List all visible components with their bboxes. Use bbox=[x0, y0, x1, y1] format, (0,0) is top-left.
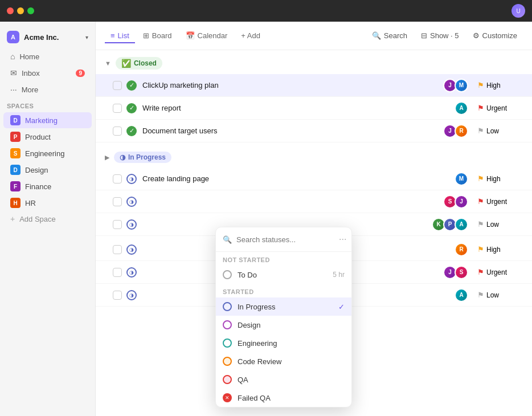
check-circle-icon: ✅ bbox=[121, 59, 131, 68]
maximize-button[interactable] bbox=[27, 7, 34, 14]
flag-icon: ⚑ bbox=[477, 104, 484, 112]
task-checkbox[interactable] bbox=[113, 197, 122, 206]
status-item-codereview[interactable]: Code Review bbox=[216, 352, 351, 370]
main-panel: ≡ List ⊞ Board 📅 Calendar + Add 🔍 Search bbox=[96, 22, 532, 416]
topbar-actions: 🔍 Search ⊟ Show · 5 ⚙ Customize bbox=[366, 28, 523, 43]
failedqa-status-icon: ✕ bbox=[223, 393, 232, 402]
search-icon: 🔍 bbox=[223, 235, 232, 244]
workspace-name: Acme Inc. bbox=[24, 33, 59, 42]
table-row[interactable]: ⠿ ✓ Write report A ⚑ Urgent bbox=[96, 97, 532, 120]
tab-calendar[interactable]: 📅 Calendar bbox=[180, 28, 234, 43]
avatar: A bbox=[455, 218, 468, 231]
space-icon-design: D bbox=[10, 165, 21, 175]
tab-board[interactable]: ⊞ Board bbox=[137, 28, 178, 43]
status-search-input[interactable] bbox=[236, 235, 332, 244]
status-dropdown: 🔍 ··· NOT STARTED To Do 5 hr STARTED In … bbox=[215, 227, 352, 407]
flag-icon: ⚑ bbox=[477, 268, 484, 276]
search-button[interactable]: 🔍 Search bbox=[366, 28, 413, 43]
workspace-icon: A bbox=[7, 31, 19, 43]
started-section-label: STARTED bbox=[216, 284, 351, 297]
priority-badge: ⚑ High bbox=[477, 174, 523, 183]
closed-section-header[interactable]: ▼ ✅ Closed bbox=[96, 50, 532, 74]
avatar: A bbox=[455, 288, 468, 302]
avatar: A bbox=[455, 101, 468, 115]
sidebar-item-product[interactable]: P Product bbox=[3, 129, 92, 145]
status-item-qa[interactable]: QA bbox=[216, 370, 351, 389]
sidebar-item-inbox[interactable]: ✉ Inbox 9 bbox=[3, 65, 92, 81]
task-checkbox[interactable] bbox=[113, 245, 122, 254]
task-checkbox[interactable] bbox=[113, 291, 122, 300]
flag-icon: ⚑ bbox=[477, 81, 484, 89]
design-status-icon bbox=[223, 320, 232, 329]
add-view-button[interactable]: + Add bbox=[235, 28, 266, 43]
priority-badge: ⚑ Low bbox=[477, 127, 523, 135]
dropdown-search-container: 🔍 ··· bbox=[216, 227, 351, 252]
table-row[interactable]: ⠿ ✓ Document target users J R ⚑ Low bbox=[96, 120, 532, 142]
flag-icon: ⚑ bbox=[477, 291, 484, 299]
task-checkbox[interactable] bbox=[113, 220, 122, 229]
titlebar: U bbox=[0, 0, 532, 22]
priority-badge: ⚑ High bbox=[477, 81, 523, 89]
task-checkbox[interactable] bbox=[113, 174, 122, 183]
task-avatars: A bbox=[455, 288, 468, 302]
space-icon-marketing: D bbox=[10, 115, 21, 125]
flag-icon: ⚑ bbox=[477, 245, 484, 254]
status-closed-icon: ✓ bbox=[126, 103, 137, 113]
sidebar-item-marketing[interactable]: D Marketing bbox=[3, 112, 92, 128]
avatar[interactable]: U bbox=[511, 4, 525, 18]
engineering-status-icon bbox=[223, 338, 232, 348]
task-checkbox[interactable] bbox=[113, 104, 122, 113]
status-item-failedqa[interactable]: ✕ Failed QA bbox=[216, 389, 351, 407]
priority-badge: ⚑ Low bbox=[477, 291, 523, 299]
task-checkbox[interactable] bbox=[113, 81, 122, 90]
sidebar-item-more[interactable]: ··· More bbox=[3, 81, 92, 97]
task-avatars: R bbox=[455, 243, 468, 256]
status-item-design[interactable]: Design bbox=[216, 316, 351, 334]
flag-icon: ⚑ bbox=[477, 197, 484, 206]
in-progress-section-header[interactable]: ▶ ◑ In Progress bbox=[96, 145, 532, 168]
task-avatars: J R bbox=[443, 124, 468, 138]
minimize-button[interactable] bbox=[17, 7, 24, 14]
tab-list[interactable]: ≡ List bbox=[105, 28, 135, 43]
priority-badge: ⚑ High bbox=[477, 245, 523, 254]
status-item-engineering[interactable]: Engineering bbox=[216, 334, 351, 352]
priority-badge: ⚑ Urgent bbox=[477, 268, 523, 276]
close-button[interactable] bbox=[7, 7, 14, 14]
task-avatars: M bbox=[455, 172, 468, 186]
more-options-button[interactable]: ··· bbox=[337, 233, 349, 246]
add-space-button[interactable]: + Add Space bbox=[3, 211, 92, 226]
status-in-progress-icon: ◑ bbox=[126, 244, 137, 255]
priority-badge: ⚑ Urgent bbox=[477, 104, 523, 112]
status-in-progress-icon: ◑ bbox=[126, 219, 137, 230]
avatar: M bbox=[455, 79, 468, 92]
table-row[interactable]: ⠿ ◑ Create landing page M ⚑ High bbox=[96, 168, 532, 190]
table-row[interactable]: ⠿ ✓ ClickUp marketing plan J M ⚑ High bbox=[96, 74, 532, 97]
task-name: Document target users bbox=[142, 127, 443, 135]
space-icon-engineering: S bbox=[10, 148, 21, 158]
priority-badge: ⚑ Urgent bbox=[477, 197, 523, 206]
table-row[interactable]: ⠿ ◑ S J ⚑ Urgent bbox=[96, 190, 532, 213]
show-button[interactable]: ⊟ Show · 5 bbox=[415, 28, 465, 43]
sidebar-item-engineering[interactable]: S Engineering bbox=[3, 145, 92, 161]
sidebar-item-design[interactable]: D Design bbox=[3, 162, 92, 178]
space-icon-product: P bbox=[10, 132, 21, 142]
status-item-todo[interactable]: To Do 5 hr bbox=[216, 266, 351, 284]
workspace-switcher[interactable]: A Acme Inc. ▾ bbox=[0, 26, 95, 48]
avatar: J bbox=[455, 195, 468, 209]
status-in-progress-icon: ◑ bbox=[126, 197, 137, 207]
task-avatars: J M bbox=[443, 79, 468, 92]
customize-button[interactable]: ⚙ Customize bbox=[467, 28, 523, 43]
task-checkbox[interactable] bbox=[113, 268, 122, 277]
avatar: S bbox=[455, 266, 468, 279]
qa-status-icon bbox=[223, 375, 232, 384]
avatar: R bbox=[455, 243, 468, 256]
status-item-inprogress[interactable]: In Progress ✓ bbox=[216, 297, 351, 316]
task-checkbox[interactable] bbox=[113, 127, 122, 136]
sidebar-item-hr[interactable]: H HR bbox=[3, 195, 92, 211]
gear-icon: ⚙ bbox=[473, 31, 480, 40]
sidebar-item-finance[interactable]: F Finance bbox=[3, 178, 92, 194]
inbox-icon: ✉ bbox=[10, 68, 17, 78]
task-name: Create landing page bbox=[142, 174, 455, 183]
flag-icon: ⚑ bbox=[477, 220, 484, 229]
sidebar-item-home[interactable]: ⌂ Home bbox=[3, 48, 92, 64]
